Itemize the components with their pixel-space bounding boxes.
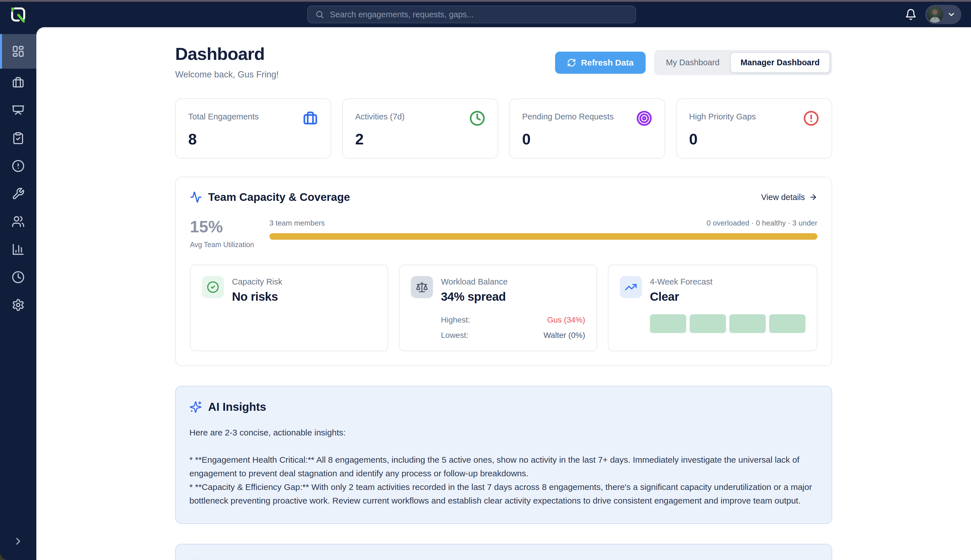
stat-card-pending-demos[interactable]: Pending Demo Requests 0 <box>509 98 665 158</box>
section-title: Team Capacity & Coverage <box>208 191 350 203</box>
subcard-value: Clear <box>650 290 712 303</box>
sidebar-nav <box>0 27 36 560</box>
briefcase-icon <box>12 76 25 89</box>
alert-circle-icon <box>803 110 819 126</box>
row-label: Highest: <box>441 315 470 325</box>
app-logo[interactable] <box>0 6 36 23</box>
stat-label: Pending Demo Requests <box>522 110 613 122</box>
stat-label: Total Engagements <box>188 110 259 122</box>
main-content: Dashboard Welcome back, Gus Fring! Refre… <box>36 27 971 560</box>
stat-card-total-engagements[interactable]: Total Engagements 8 <box>175 98 331 158</box>
briefcase-icon <box>302 110 318 126</box>
subcard-value: 34% spread <box>441 290 508 303</box>
forecast-card[interactable]: 4-Week Forecast Clear <box>608 265 817 351</box>
ai-insight-bullet: * **Capacity & Efficiency Gap:** With on… <box>189 480 818 508</box>
capacity-progress-bar <box>269 233 817 240</box>
sidebar-collapse-button[interactable] <box>0 530 36 553</box>
sidebar-item-dashboard[interactable] <box>0 34 36 68</box>
sidebar-item-gaps[interactable] <box>0 152 36 180</box>
row-value: Walter (0%) <box>543 331 585 340</box>
clipboard-check-icon <box>12 132 25 145</box>
chevron-right-icon <box>12 536 24 547</box>
arrow-right-icon <box>809 193 817 202</box>
ai-insights-intro: Here are 2-3 concise, actionable insight… <box>189 426 818 440</box>
subcard-label: Workload Balance <box>441 276 508 287</box>
page-title: Dashboard <box>175 44 279 64</box>
ai-insights-section: AI Insights Here are 2-3 concise, action… <box>175 386 832 524</box>
sidebar-item-team[interactable] <box>0 208 36 235</box>
notifications-bell-icon[interactable] <box>905 8 917 20</box>
section-title: Needs Attention <box>207 558 294 560</box>
sidebar-item-analytics[interactable] <box>0 235 36 263</box>
logo-q-icon <box>9 6 27 23</box>
forecast-week-block <box>729 314 766 333</box>
sidebar-item-engagements[interactable] <box>0 68 36 97</box>
dashboard-toggle: My Dashboard Manager Dashboard <box>654 50 832 75</box>
forecast-week-block <box>690 314 726 333</box>
alert-circle-icon <box>12 160 25 172</box>
subcard-value: No risks <box>232 290 282 303</box>
capacity-status-summary: 0 overloaded · 0 healthy · 3 under <box>707 219 817 228</box>
stat-label: High Priority Gaps <box>689 110 756 122</box>
sparkles-icon <box>189 401 202 413</box>
refresh-icon <box>567 58 576 67</box>
global-search[interactable] <box>307 6 636 23</box>
avatar <box>927 6 943 23</box>
ai-insight-bullet: * **Engagement Health Critical:** All 8 … <box>189 453 818 480</box>
view-details-link[interactable]: View details <box>761 193 817 202</box>
row-label: Lowest: <box>441 331 468 340</box>
forecast-week-blocks <box>620 314 806 333</box>
users-icon <box>12 215 25 228</box>
stat-card-high-priority-gaps[interactable]: High Priority Gaps 0 <box>676 98 832 158</box>
bar-chart-icon <box>12 243 25 256</box>
tab-my-dashboard[interactable]: My Dashboard <box>657 53 729 72</box>
layout-grid-icon <box>12 45 25 58</box>
sidebar-item-history[interactable] <box>0 263 36 291</box>
sidebar-item-requests[interactable] <box>0 124 36 152</box>
circle-check-icon <box>202 276 224 298</box>
refresh-data-button[interactable]: Refresh Data <box>555 52 646 74</box>
workload-balance-card[interactable]: Workload Balance 34% spread Highest: Gus… <box>399 265 597 351</box>
chevron-down-icon <box>947 10 956 19</box>
forecast-week-block <box>769 314 806 333</box>
stat-value: 0 <box>689 130 819 148</box>
page-header: Dashboard Welcome back, Gus Fring! Refre… <box>175 44 832 80</box>
sidebar-item-demos[interactable] <box>0 97 36 124</box>
wrench-icon <box>12 187 25 200</box>
tab-manager-dashboard[interactable]: Manager Dashboard <box>730 52 830 73</box>
presentation-icon <box>12 104 25 117</box>
clock-icon <box>469 110 485 126</box>
sidebar-item-tools[interactable] <box>0 180 36 208</box>
user-menu[interactable] <box>925 5 961 24</box>
welcome-message: Welcome back, Gus Fring! <box>175 70 279 80</box>
activity-icon <box>190 191 202 203</box>
refresh-button-label: Refresh Data <box>581 58 634 68</box>
stat-value: 0 <box>522 130 652 148</box>
subcard-label: 4-Week Forecast <box>650 276 712 287</box>
subcard-label: Capacity Risk <box>232 276 282 287</box>
needs-attention-section: Needs Attention <box>175 544 832 560</box>
team-members-count: 3 team members <box>269 219 325 228</box>
section-title: AI Insights <box>208 400 266 413</box>
scales-icon <box>411 276 433 298</box>
workload-highest-row: Highest: Gus (34%) <box>441 315 585 325</box>
avg-utilization-value: 15% <box>190 217 254 236</box>
search-input[interactable] <box>329 10 628 20</box>
gear-icon <box>12 298 25 312</box>
stat-label: Activities (7d) <box>355 110 404 122</box>
target-icon <box>636 110 652 126</box>
forecast-week-block <box>650 314 686 333</box>
row-value: Gus (34%) <box>547 315 585 325</box>
sidebar-item-settings[interactable] <box>0 291 36 319</box>
ai-insights-body: Here are 2-3 concise, actionable insight… <box>189 426 818 508</box>
workload-lowest-row: Lowest: Walter (0%) <box>441 331 585 340</box>
view-details-label: View details <box>761 193 805 202</box>
search-icon <box>315 10 324 19</box>
stat-card-activities[interactable]: Activities (7d) 2 <box>342 98 498 158</box>
stat-value: 2 <box>355 130 485 148</box>
clock-icon <box>12 271 25 284</box>
topbar <box>0 2 971 27</box>
avg-utilization-label: Avg Team Utilization <box>190 240 254 249</box>
window-top-edge <box>0 0 971 2</box>
capacity-risk-card[interactable]: Capacity Risk No risks <box>190 265 388 351</box>
